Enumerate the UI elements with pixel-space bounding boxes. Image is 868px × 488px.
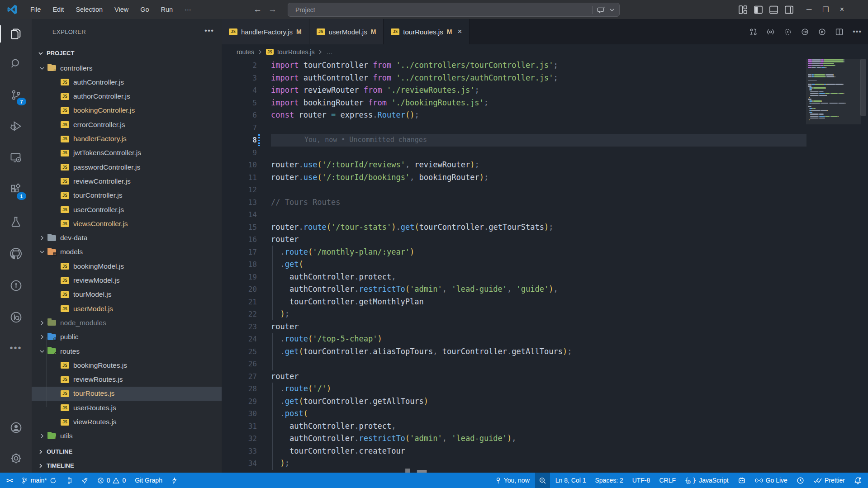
- editor-scrollbar[interactable]: [860, 59, 866, 116]
- remote-indicator[interactable]: ><: [3, 473, 16, 488]
- gauge-extension-icon[interactable]: [0, 274, 32, 297]
- tree-item-viewsController-js[interactable]: JSviewsController.jsM: [32, 217, 222, 231]
- restore-button[interactable]: ❐: [822, 5, 829, 14]
- run-code-icon[interactable]: [818, 28, 826, 36]
- language-item[interactable]: { }ⓧ JavaScript: [681, 473, 732, 488]
- tree-item-utils[interactable]: +utils: [32, 429, 222, 443]
- explorer-icon[interactable]: [0, 23, 32, 45]
- github-icon[interactable]: [0, 242, 32, 265]
- toggle-primary-sidebar-icon[interactable]: [754, 5, 763, 14]
- tab-userModel[interactable]: JS userModel.js M: [309, 19, 384, 44]
- tree-item-userModel-js[interactable]: JSuserModel.jsM: [32, 302, 222, 316]
- close-button[interactable]: ×: [840, 5, 844, 14]
- tree-item-models[interactable]: ▤models: [32, 245, 222, 259]
- rocket-icon[interactable]: [78, 473, 92, 488]
- tree-item-userController-js[interactable]: JSuserController.js: [32, 203, 222, 217]
- menu-file[interactable]: File: [24, 4, 47, 15]
- time-extension-icon[interactable]: [793, 473, 808, 488]
- eol-item[interactable]: CRLF: [655, 473, 679, 488]
- code-search-extension-icon[interactable]: [0, 306, 32, 328]
- robot-extension-icon[interactable]: [734, 473, 749, 488]
- menu-selection[interactable]: Selection: [70, 4, 109, 15]
- account-icon[interactable]: [0, 416, 32, 439]
- menu-go[interactable]: Go: [134, 4, 155, 15]
- source-control-icon[interactable]: 7: [0, 84, 32, 106]
- forward-arrow-icon[interactable]: →: [268, 5, 277, 14]
- breadcrumb-tail[interactable]: …: [326, 48, 332, 56]
- tree-item-controllers[interactable]: ☼controllers: [32, 61, 222, 75]
- notifications-bell-icon[interactable]: [850, 473, 865, 488]
- commit-graph-icon[interactable]: [62, 473, 76, 488]
- timeline-section-header[interactable]: TIMELINE: [32, 459, 222, 473]
- tree-item-tourModel-js[interactable]: JStourModel.js: [32, 288, 222, 302]
- go-live-item[interactable]: Go Live: [751, 473, 791, 488]
- tree-item-authController-js[interactable]: JSauthController.js: [32, 75, 222, 89]
- tree-item-reviewModel-js[interactable]: JSreviewModel.js: [32, 274, 222, 288]
- sync-icon[interactable]: [50, 477, 57, 484]
- zoom-status-item[interactable]: [535, 473, 550, 488]
- tree-item-reviewController-js[interactable]: JSreviewController.js: [32, 174, 222, 188]
- split-editor-icon[interactable]: [835, 28, 843, 36]
- indentation-item[interactable]: Spaces: 2: [591, 473, 626, 488]
- code-editor[interactable]: You, now • Uncommitted changes 2import t…: [222, 59, 868, 473]
- explorer-more-actions-icon[interactable]: •••: [204, 26, 214, 35]
- tree-item-tourController-js[interactable]: JStourController.js: [32, 189, 222, 203]
- copilot-chat-icon[interactable]: [597, 5, 606, 14]
- minimize-button[interactable]: ─: [806, 5, 811, 14]
- tree-item-authorController-js[interactable]: JSauthorController.js: [32, 90, 222, 104]
- back-arrow-icon[interactable]: ←: [253, 5, 262, 14]
- extensions-icon[interactable]: 1: [0, 178, 32, 201]
- menu-edit[interactable]: Edit: [47, 4, 70, 15]
- tree-item-dev-data[interactable]: dev-data: [32, 231, 222, 245]
- flash-icon[interactable]: [168, 473, 181, 488]
- project-section-header[interactable]: PROJECT: [32, 46, 222, 60]
- run-or-debug-icon[interactable]: [801, 28, 809, 36]
- menu-[interactable]: ···: [179, 4, 197, 15]
- branch-item[interactable]: main*: [18, 473, 60, 488]
- toggle-secondary-sidebar-icon[interactable]: [784, 5, 794, 14]
- more-views-icon[interactable]: •••: [0, 336, 32, 359]
- search-icon[interactable]: [0, 52, 32, 75]
- breadcrumb-file[interactable]: tourRoutes.js: [277, 48, 314, 56]
- tree-item-bookingController-js[interactable]: JSbookingController.jsM: [32, 104, 222, 118]
- command-center[interactable]: Project: [288, 3, 620, 17]
- git-graph-item[interactable]: Git Graph: [131, 473, 166, 488]
- chevron-down-icon[interactable]: [609, 7, 615, 13]
- tree-item-userRoutes-js[interactable]: JSuserRoutes.js: [32, 401, 222, 415]
- prettier-item[interactable]: Prettier: [810, 473, 849, 488]
- settings-gear-icon[interactable]: [0, 447, 32, 469]
- tree-item-reviewRoutes-js[interactable]: JSreviewRoutes.js: [32, 373, 222, 387]
- run-debug-icon[interactable]: [0, 115, 32, 137]
- close-tab-icon[interactable]: ×: [457, 27, 462, 36]
- blame-status-item[interactable]: You, now: [492, 473, 533, 488]
- remote-explorer-icon[interactable]: [0, 147, 32, 169]
- menu-view[interactable]: View: [109, 4, 134, 15]
- toggle-panel-icon[interactable]: [769, 5, 778, 14]
- tree-item-errorController-js[interactable]: JSerrorController.js: [32, 118, 222, 132]
- tree-item-handlerFactory-js[interactable]: JShandlerFactory.jsM: [32, 132, 222, 146]
- tree-item-routes[interactable]: ↗routes: [32, 344, 222, 358]
- encoding-item[interactable]: UTF-8: [629, 473, 654, 488]
- tree-item-jwtTokensController-js[interactable]: JSjwtTokensController.js: [32, 146, 222, 160]
- customize-layout-icon[interactable]: [738, 5, 748, 14]
- breadcrumb-folder[interactable]: routes: [237, 48, 254, 56]
- cursor-position-item[interactable]: Ln 8, Col 1: [552, 473, 590, 488]
- outline-section-header[interactable]: OUTLINE: [32, 445, 222, 459]
- tab-handlerFactory[interactable]: JS handlerFactory.js M: [222, 19, 309, 44]
- minimap[interactable]: [808, 59, 858, 195]
- tree-item-tourRoutes-js[interactable]: JStourRoutes.jsM: [32, 387, 222, 401]
- tree-item-passwordController-js[interactable]: JSpasswordController.js: [32, 160, 222, 174]
- menu-run[interactable]: Run: [155, 4, 179, 15]
- tree-item-public[interactable]: ⊕public: [32, 330, 222, 344]
- compare-changes-icon[interactable]: [749, 28, 757, 36]
- toggle-blame-icon[interactable]: [784, 28, 792, 36]
- tree-item-bookingRoutes-js[interactable]: JSbookingRoutes.js: [32, 358, 222, 372]
- more-actions-icon[interactable]: •••: [853, 28, 862, 36]
- problems-item[interactable]: 0 0: [94, 473, 130, 488]
- tab-tourRoutes[interactable]: JS tourRoutes.js M ×: [384, 19, 470, 44]
- tree-item-viewRoutes-js[interactable]: JSviewRoutes.js: [32, 415, 222, 429]
- open-changes-icon[interactable]: [767, 28, 774, 36]
- testing-icon[interactable]: [0, 211, 32, 233]
- tree-item-bookingModel-js[interactable]: JSbookingModel.js: [32, 259, 222, 273]
- tree-item-node_modules[interactable]: node_modules: [32, 316, 222, 330]
